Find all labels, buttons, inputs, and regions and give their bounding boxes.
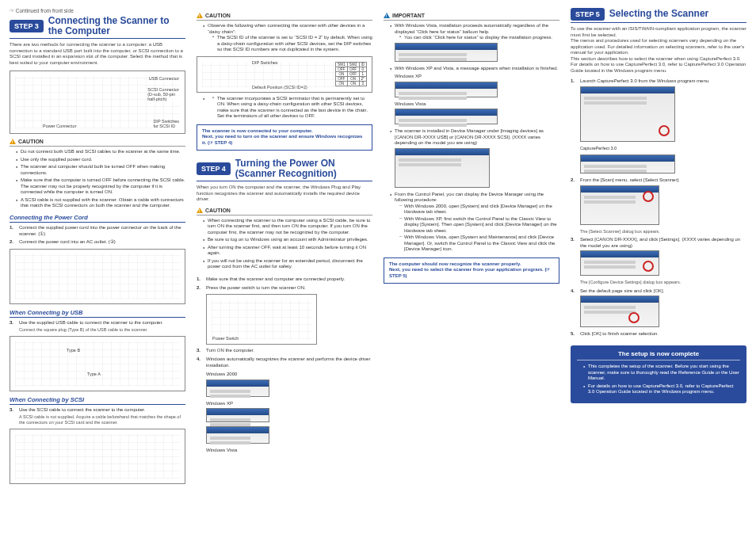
highlight-circle-icon bbox=[643, 191, 654, 202]
highlight-circle-icon bbox=[643, 261, 654, 272]
step3-badge: STEP 3 bbox=[10, 20, 44, 32]
step3-header: STEP 3 Connecting the Scanner to the Com… bbox=[10, 16, 185, 39]
sub-scsi: When Connecting by SCSI bbox=[10, 396, 185, 405]
list-item: With Windows 2000, open [System] and cli… bbox=[399, 204, 559, 216]
screenshot-select-scanner bbox=[580, 250, 659, 276]
os-vista-label: Windows Vista bbox=[206, 448, 372, 454]
list-item: After turning the scanner OFF, wait at l… bbox=[203, 245, 372, 257]
list-item: This completes the setup of the scanner.… bbox=[583, 364, 740, 382]
list-item: When connecting the scanner to the compu… bbox=[203, 218, 372, 236]
step4-header: STEP 4 Turning the Power ON (Scanner Rec… bbox=[197, 158, 372, 181]
step4-badge: STEP 4 bbox=[197, 162, 231, 175]
list-item: A SCSI cable is not supplied with the sc… bbox=[16, 197, 185, 209]
list-item: Observe the following when connecting th… bbox=[203, 23, 372, 53]
daisy-chain-caution: Observe the following when connecting th… bbox=[197, 23, 372, 53]
column-2: CAUTION Observe the following when conne… bbox=[197, 8, 372, 487]
screenshot-winxp-2 bbox=[206, 426, 269, 444]
important-list: With Windows Vista, installation proceed… bbox=[384, 23, 559, 253]
list-item: 2.From the [Scan] menu, select [Select S… bbox=[571, 177, 746, 235]
power-cord-steps: 1.Connect the supplied power cord into t… bbox=[10, 225, 185, 246]
step5-badge: STEP 5 bbox=[571, 8, 605, 21]
list-item: 4.Set the default page size and click [O… bbox=[571, 288, 746, 328]
important-label: IMPORTANT bbox=[384, 13, 559, 18]
list-item: Use only the supplied power cord. bbox=[16, 157, 185, 163]
caution-label: CAUTION bbox=[197, 208, 372, 213]
list-item: Be sure to log on to Windows using an ac… bbox=[203, 237, 372, 243]
step3-complete-box: The scanner is now connected to your com… bbox=[197, 124, 372, 151]
scsi-steps: 3.Use the SCSI cable to connect the scan… bbox=[10, 407, 185, 425]
caution-icon bbox=[197, 208, 203, 213]
list-item: Make sure that the computer is turned OF… bbox=[16, 177, 185, 196]
label-dip: DIP Switches for SCSI ID bbox=[152, 119, 180, 128]
setup-complete-title: The setup is now complete bbox=[577, 350, 740, 360]
label-scsi: SCSI Connector (D-sub, 50-pin half-pitch… bbox=[147, 87, 180, 101]
list-item: 1.Make sure that the scanner and compute… bbox=[197, 277, 372, 283]
dip-default: Default Position (SCSI ID=2) bbox=[251, 85, 308, 90]
list-item: 3.Use the supplied USB cable to connect … bbox=[10, 320, 185, 333]
list-item: The scanner incorporates a SCSI terminat… bbox=[212, 96, 372, 120]
step4-title: Turning the Power ON (Scanner Recognitio… bbox=[235, 158, 372, 179]
list-item: 5.Click [OK] to finish scanner selection… bbox=[571, 331, 746, 338]
step5-steps: 1.Launch CapturePerfect 3.0 from the Win… bbox=[571, 78, 746, 338]
list-item: Do not connect both USB and SCSI cables … bbox=[16, 149, 185, 155]
screenshot-win2000 bbox=[206, 380, 269, 397]
continued-note: Continued from front side bbox=[10, 8, 185, 14]
terminator-caution: The scanner incorporates a SCSI terminat… bbox=[197, 96, 372, 120]
list-item: 3.Use the SCSI cable to connect the scan… bbox=[10, 407, 185, 425]
label-power: Power Connector bbox=[42, 124, 78, 128]
list-item: 3.Select [CANON DR-XXXX], and click [Set… bbox=[571, 237, 746, 286]
screenshot-start-menu bbox=[580, 86, 675, 142]
setup-complete-box: The setup is now complete This completes… bbox=[571, 345, 746, 403]
cp-caption: CapturePerfect 3.0 bbox=[580, 146, 746, 151]
caution-label: CAUTION bbox=[10, 139, 185, 144]
list-item: 2.Connect the power cord into an AC outl… bbox=[10, 239, 185, 246]
label-typea: Type A bbox=[86, 372, 101, 376]
list-item: The scanner and computer should both be … bbox=[16, 164, 185, 176]
label-typeb: Type B bbox=[66, 348, 81, 353]
screenshot-device-manager bbox=[395, 148, 490, 188]
os-vista-label: Windows Vista bbox=[395, 101, 559, 108]
list-item: 4.Windows automatically recognizes the s… bbox=[197, 357, 372, 454]
list-item: With Windows Vista, installation proceed… bbox=[390, 23, 559, 62]
label-usb: USB Connector bbox=[148, 76, 180, 81]
step3-title: Connecting the Scanner to the Computer bbox=[48, 16, 185, 36]
list-item: With Windows XP and Vista, a message app… bbox=[390, 66, 559, 125]
screenshot-captureperfect bbox=[580, 154, 675, 174]
list-item: 2.Press the power switch to turn the sca… bbox=[197, 285, 372, 345]
sub-power-cord: Connecting the Power Cord bbox=[10, 214, 185, 223]
dip-switch-diagram: DIP Switches Default Position (SCSI ID=2… bbox=[197, 56, 372, 93]
os-xp-label: Windows XP bbox=[395, 74, 559, 80]
list-item: From the Control Panel, you can display … bbox=[390, 192, 559, 253]
step4-steps: 1.Make sure that the scanner and compute… bbox=[197, 277, 372, 454]
os-xp-label: Windows XP bbox=[206, 401, 372, 407]
step5-title: Selecting the Scanner bbox=[609, 9, 708, 19]
caution-icon bbox=[197, 13, 203, 18]
dip-caption: DIP Switches bbox=[251, 60, 279, 65]
list-item: You can click “Click here for status” to… bbox=[399, 35, 559, 41]
column-4: STEP 5 Selecting the Scanner To use the … bbox=[571, 8, 746, 487]
list-item: For details on how to use CapturePerfect… bbox=[583, 383, 740, 395]
step5-intro: To use the scanner with an ISIS/TWAIN-co… bbox=[571, 26, 746, 74]
list-item: With Windows XP, first switch the Contro… bbox=[399, 216, 559, 235]
caution-icon bbox=[10, 139, 16, 144]
list-item: 1.Connect the supplied power cord into t… bbox=[10, 225, 185, 238]
list-item: The SCSI ID of the scanner is set to “SC… bbox=[212, 35, 372, 53]
highlight-circle-icon bbox=[659, 125, 670, 136]
list-item: The scanner is installed in Device Manag… bbox=[390, 128, 559, 188]
screenshot-vista-balloon bbox=[395, 43, 498, 62]
screenshot-device-settings bbox=[580, 296, 659, 327]
highlight-circle-icon bbox=[628, 312, 640, 323]
dip-table: SW1SW2ID OFFOFF0 ONOFF1 OFFON2* ONON3 bbox=[335, 62, 367, 86]
power-cord-diagram bbox=[10, 249, 185, 304]
list-item: 3.Turn ON the computer. bbox=[197, 348, 372, 354]
column-1: Continued from front side STEP 3 Connect… bbox=[10, 8, 185, 487]
usb-steps: 3.Use the supplied USB cable to connect … bbox=[10, 320, 185, 333]
power-switch-diagram: Power Switch bbox=[206, 294, 317, 345]
list-item: With Windows Vista, open [System and Mai… bbox=[399, 235, 559, 253]
list-item: If you will not be using the scanner for… bbox=[203, 258, 372, 270]
scsi-diagram bbox=[10, 429, 185, 484]
column-3: IMPORTANT With Windows Vista, installati… bbox=[384, 8, 559, 487]
list-item: 1.Launch CapturePerfect 3.0 from the Win… bbox=[571, 78, 746, 174]
step3-intro: There are two methods for connecting the… bbox=[10, 42, 185, 66]
os-2000-label: Windows 2000 bbox=[206, 372, 372, 378]
